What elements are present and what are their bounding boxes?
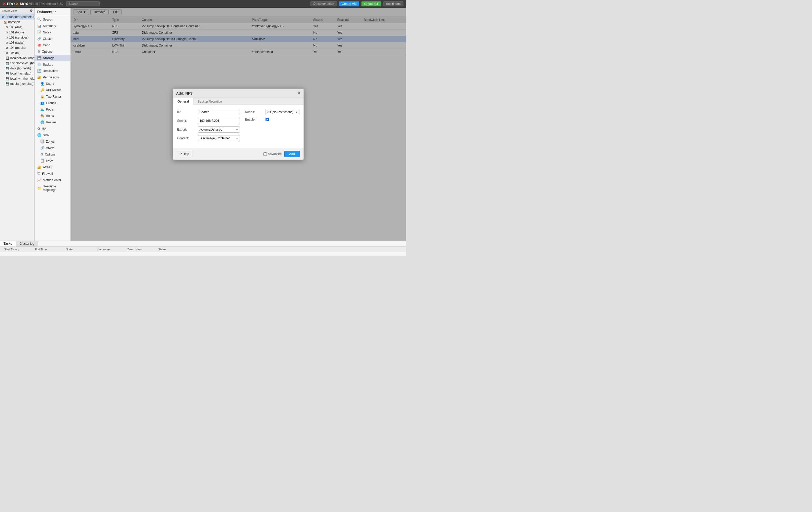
modal-close-button[interactable]: ✕ (297, 91, 300, 96)
nav-item-sdn-options[interactable]: ⚙ Options (35, 151, 70, 158)
storage-icon-locallvm: 💾 (6, 77, 9, 80)
content-label: Content: (177, 136, 198, 140)
nav-item-notes[interactable]: 📝 Notes (35, 29, 70, 35)
modal-footer: ? Help Advanced Add (173, 148, 303, 160)
sidebar-item-103[interactable]: ⚙ 103 (tasks) (0, 40, 34, 45)
user-button[interactable]: root@pam (383, 1, 403, 6)
create-vm-button[interactable]: Create VM (339, 1, 359, 6)
add-confirm-button[interactable]: Add (284, 151, 300, 157)
form-row-content: Content: Disk image, Container ▼ (177, 135, 240, 141)
sidebar-localnetwork-label: localnetwork (homelab) (10, 56, 34, 60)
sidebar-item-homelab[interactable]: 🏠 homelab (0, 20, 34, 25)
nav-item-roles[interactable]: 🎭 Roles (35, 113, 70, 119)
sidebar-item-localnetwork[interactable]: 🔲 localnetwork (homelab) (0, 55, 34, 61)
sidebar-header: Server View ⚙ (0, 8, 34, 14)
nav-item-acme[interactable]: 🔐 ACME (35, 164, 70, 170)
sidebar-item-105[interactable]: ⚙ 105 (iot) (0, 50, 34, 55)
nav-item-summary[interactable]: 📊 Summary (35, 23, 70, 29)
nav-vnets-label: VNets (46, 146, 54, 150)
nav-item-backup[interactable]: 💿 Backup (35, 61, 70, 68)
nav-item-search[interactable]: 🔍 Search (35, 16, 70, 23)
help-label: Help (183, 152, 189, 156)
sidebar-item-104[interactable]: ⚙ 104 (media) (0, 45, 34, 50)
nav-item-vnets[interactable]: 🔗 VNets (35, 145, 70, 151)
sidebar-item-102[interactable]: ⚙ 102 (services) (0, 35, 34, 40)
bottom-col-description: Description (126, 248, 157, 251)
nav-item-pools[interactable]: 🏊 Pools (35, 106, 70, 113)
start-time-sort-icon: ↓ (18, 248, 19, 251)
sidebar-item-media[interactable]: 💾 media (homelab) (0, 81, 34, 86)
search-container (66, 1, 99, 6)
sidebar-item-data[interactable]: 💾 data (homelab) (0, 66, 34, 71)
main-layout: Server View ⚙ 🖥 Datacenter (homelab) 🏠 h… (0, 8, 406, 241)
form-col-right: Nodes: All (No restrictions) ▼ Enable: (245, 109, 299, 144)
nav-item-realms[interactable]: 🌐 Realms (35, 119, 70, 126)
nav-item-options[interactable]: ⚙ Options (35, 48, 70, 55)
nodes-select[interactable]: All (No restrictions) (265, 109, 299, 115)
nav-resource-mappings-label: Resource Mappings (43, 185, 68, 192)
nodes-select-wrap: All (No restrictions) ▼ (265, 109, 299, 115)
id-input[interactable] (198, 109, 240, 115)
tab-backup-retention[interactable]: Backup Retention (193, 98, 227, 105)
nav-item-ha[interactable]: ♻ HA (35, 126, 70, 132)
nav-item-cluster[interactable]: 🔗 Cluster (35, 35, 70, 42)
content-select[interactable]: Disk image, Container (198, 135, 240, 141)
sidebar-settings-icon[interactable]: ⚙ (30, 9, 33, 12)
summary-icon: 📊 (37, 24, 41, 28)
help-button[interactable]: ? Help (177, 151, 192, 157)
nav-metric-server-label: Metric Server (43, 179, 61, 182)
sidebar-item-100[interactable]: ⚙ 100 (dns) (0, 25, 34, 30)
sidebar-synologynas-label: SynologyNAS (homelab) (10, 61, 34, 65)
nav-item-firewall[interactable]: 🛡 Firewall (35, 170, 70, 177)
realms-icon: 🌐 (40, 120, 45, 124)
tab-general[interactable]: General (173, 98, 193, 105)
topbar: ✕ PRO✕MOX Virtual Environment 8.2.2 Docu… (0, 0, 406, 8)
sidebar-item-datacenter[interactable]: 🖥 Datacenter (homelab) (0, 15, 34, 20)
bottom-tab-tasks[interactable]: Tasks (0, 241, 16, 246)
form-row-enable: Enable: (245, 118, 299, 121)
sidebar-item-local-lvm[interactable]: 💾 local-lvm (homelab) (0, 76, 34, 81)
nav-storage-label: Storage (43, 56, 54, 60)
modal-add-nfs: Add: NFS ✕ General Backup Retention ID: (173, 88, 304, 160)
search-input[interactable] (66, 1, 99, 6)
topbar-right: Documentation Create VM Create CT root@p… (311, 1, 403, 6)
nav-item-users[interactable]: 👤 Users (35, 80, 70, 87)
sidebar-item-local[interactable]: 💾 local (homelab) (0, 71, 34, 76)
nav-item-permissions[interactable]: 🔐 Permissions (35, 74, 70, 80)
nav-item-api-tokens[interactable]: 🔑 API Tokens (35, 87, 70, 93)
nav-item-zones[interactable]: 🔲 Zones (35, 138, 70, 145)
nav-notes-label: Notes (43, 31, 51, 34)
create-ct-button[interactable]: Create CT (361, 1, 381, 6)
storage-nav-icon: 💾 (37, 56, 41, 60)
nav-item-groups[interactable]: 👥 Groups (35, 100, 70, 106)
sidebar-local-label: local (homelab) (10, 72, 31, 75)
nav-item-resource-mappings[interactable]: 📁 Resource Mappings (35, 183, 70, 193)
bottom-col-end: End Time (33, 248, 64, 251)
content-select-wrap: Disk image, Container ▼ (198, 135, 240, 141)
vm-icon-100: ⚙ (6, 26, 8, 29)
server-input[interactable] (198, 118, 240, 124)
sidebar-item-synologynas[interactable]: 💾 SynologyNAS (homelab) (0, 61, 34, 66)
nav-item-metric-server[interactable]: 📈 Metric Server (35, 177, 70, 183)
resource-mappings-icon: 📁 (37, 186, 41, 190)
modal-overlay[interactable]: Add: NFS ✕ General Backup Retention ID: (70, 8, 406, 241)
id-label: ID: (177, 110, 198, 114)
export-select[interactable]: /volume1/shared (198, 127, 240, 133)
content-area: Add ▼ Remove Edit ID ↑ Type Content Path… (70, 8, 406, 241)
nav-item-replication[interactable]: 🔄 Replication (35, 68, 70, 74)
logo-mo: ✕ (16, 2, 19, 6)
backup-icon: 💿 (37, 62, 41, 66)
sdn-options-icon: ⚙ (40, 153, 44, 156)
bottom-tab-cluster-log[interactable]: Cluster log (16, 241, 38, 246)
nav-item-sdn[interactable]: 🌐 SDN (35, 132, 70, 138)
nav-item-ipam[interactable]: 📋 IPAM (35, 158, 70, 164)
nav-item-ceph[interactable]: 🐙 Ceph (35, 42, 70, 48)
storage-icon-synology: 💾 (6, 62, 9, 65)
nav-item-storage[interactable]: 💾 Storage (35, 55, 70, 61)
documentation-button[interactable]: Documentation (311, 1, 337, 6)
enable-checkbox[interactable] (265, 118, 269, 121)
nav-item-two-factor[interactable]: 🔒 Two Factor (35, 93, 70, 100)
nav-title: Datacenter (35, 8, 70, 16)
sidebar-item-101[interactable]: ⚙ 101 (tools) (0, 30, 34, 35)
advanced-checkbox[interactable] (263, 153, 267, 156)
